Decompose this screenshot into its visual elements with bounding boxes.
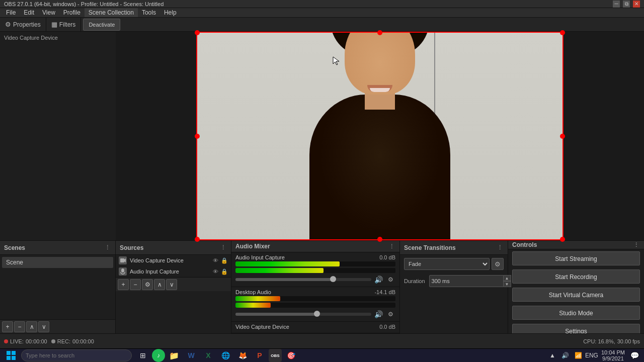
taskbar-app-powerpoint[interactable]: P (252, 349, 268, 362)
audio-channel-video: Video Capture Device 0.0 dB (231, 322, 399, 333)
tray-wifi-icon[interactable]: 📶 (573, 350, 584, 361)
audio-input-mute-button[interactable]: 🔊 (373, 275, 383, 285)
audio-source-label: Audio Input Capture (130, 268, 179, 275)
sources-settings-button[interactable]: ⚙ (142, 279, 153, 290)
audio-eye-icon[interactable]: 👁 (212, 268, 219, 275)
taskbar-app-obs[interactable]: OBS (269, 349, 282, 362)
sources-remove-button[interactable]: − (130, 279, 141, 290)
taskbar-search[interactable] (21, 349, 132, 361)
taskbar-app-browser2[interactable]: 🦊 (234, 349, 251, 362)
scene-item[interactable]: Scene (2, 257, 113, 268)
menu-help[interactable]: Help (160, 8, 181, 17)
controls-panel: Controls ⋮ Start Streaming Start Recordi… (508, 241, 644, 333)
audio-video-header: Video Capture Device 0.0 dB (235, 324, 395, 330)
tray-network-icon[interactable]: ▲ (547, 350, 558, 361)
audio-input-settings-button[interactable]: ⚙ (385, 275, 395, 285)
window-title: OBS 27.0.1 (64-bit, windows) - Profile: … (4, 1, 164, 7)
restore-button[interactable]: ⧉ (623, 1, 630, 8)
sources-menu-icon[interactable]: ⋮ (219, 244, 227, 252)
properties-tab[interactable]: ⚙ Properties (0, 18, 46, 32)
start-recording-button[interactable]: Start Recording (512, 269, 640, 284)
taskbar: ⊞ ♪ 📁 W X 🌐 🦊 P OBS 🎯 ▲ 🔊 📶 ENG 10:04 PM… (0, 348, 644, 362)
scenes-remove-button[interactable]: − (14, 321, 25, 332)
scenes-down-button[interactable]: ∨ (38, 321, 49, 332)
duration-row: Duration ▲ ▼ (400, 273, 508, 289)
filters-tab[interactable]: ▦ Filters (46, 18, 82, 32)
audio-desktop-slider[interactable] (235, 313, 371, 316)
preview-video (196, 32, 564, 240)
audio-desktop-settings-button[interactable]: ⚙ (385, 309, 395, 319)
deactivate-button[interactable]: Deactivate (83, 19, 120, 31)
scenes-menu-icon[interactable]: ⋮ (103, 244, 111, 252)
preview-area[interactable] (116, 32, 644, 240)
title-bar-controls: ─ ⧉ ✕ (613, 1, 640, 8)
menu-scene-collection[interactable]: Scene Collection (85, 8, 138, 17)
audio-mixer-header: Audio Mixer ⋮ (231, 241, 399, 252)
duration-input[interactable] (429, 275, 504, 287)
video-eye-icon[interactable]: 👁 (212, 257, 219, 264)
scene-transitions-panel: Scene Transitions ⋮ Fade Cut Swipe Slide… (400, 241, 508, 333)
middle-row: Video Capture Device (0, 32, 644, 240)
tray-speaker-icon[interactable]: 🔊 (560, 350, 571, 361)
transition-select[interactable]: Fade Cut Swipe Slide (404, 258, 490, 270)
audio-desktop-controls: 🔊 ⚙ (235, 309, 395, 319)
audio-channel-input: Audio Input Capture 0.0 dB � (231, 252, 399, 287)
prop-filter-bar: ⚙ Properties ▦ Filters Deactivate (0, 18, 644, 32)
menu-view[interactable]: View (38, 8, 59, 17)
bottom-panels: Scenes ⋮ Scene + − ∧ ∨ Sources ⋮ (0, 240, 644, 333)
video-lock-icon[interactable]: 🔒 (221, 257, 228, 264)
left-space: Video Capture Device (0, 32, 116, 240)
audio-input-slider-fill (235, 278, 333, 281)
sources-down-button[interactable]: ∨ (166, 279, 177, 290)
source-item-audio[interactable]: Audio Input Capture 👁 🔒 (116, 266, 231, 277)
tray-lang[interactable]: ENG (586, 350, 597, 361)
audio-desktop-meter-2 (235, 303, 395, 308)
taskbar-app-other[interactable]: 🎯 (283, 349, 299, 362)
taskbar-clock[interactable]: 10:04 PM 9/9/2021 (599, 349, 627, 361)
audio-input-name: Audio Input Capture (235, 254, 285, 260)
show-desktop-icon[interactable]: 💬 (629, 350, 640, 361)
taskbar-app-word[interactable]: W (183, 349, 199, 362)
audio-desktop-fill-1 (235, 296, 280, 301)
menu-profile[interactable]: Profile (59, 8, 85, 17)
transitions-menu-icon[interactable]: ⋮ (496, 244, 504, 252)
start-button[interactable] (2, 349, 20, 362)
transition-gear-button[interactable]: ⚙ (492, 258, 504, 270)
audio-menu-icon[interactable]: ⋮ (387, 242, 395, 250)
studio-mode-button[interactable]: Studio Mode (512, 306, 640, 320)
close-button[interactable]: ✕ (633, 1, 640, 8)
taskbar-app-taskview[interactable]: ⊞ (135, 349, 151, 362)
audio-input-fill-1 (235, 261, 340, 266)
taskbar-app-files[interactable]: 📁 (166, 349, 182, 362)
video-source-label: Video Capture Device (130, 257, 184, 263)
start-streaming-button[interactable]: Start Streaming (512, 251, 640, 265)
menu-edit[interactable]: Edit (20, 8, 38, 17)
status-bar: LIVE: 00:00:00 REC: 00:00:00 CPU: 16.8%,… (0, 333, 644, 348)
audio-input-header: Audio Input Capture 0.0 dB (235, 254, 395, 260)
menu-file[interactable]: File (2, 8, 20, 17)
audio-lock-icon[interactable]: 🔒 (221, 268, 228, 275)
sources-list: Video Capture Device 👁 🔒 Audio Input Cap… (116, 255, 231, 277)
taskbar-app-excel[interactable]: X (200, 349, 216, 362)
minimize-button[interactable]: ─ (613, 1, 620, 8)
sources-panel: Sources ⋮ Video Capture Device 👁 🔒 (116, 241, 231, 333)
start-virtual-camera-button[interactable]: Start Virtual Camera (512, 288, 640, 302)
scenes-up-button[interactable]: ∧ (26, 321, 37, 332)
sources-up-button[interactable]: ∧ (154, 279, 165, 290)
live-status: LIVE: 00:00:00 (4, 338, 47, 344)
preview-canvas (196, 32, 564, 240)
sources-add-button[interactable]: + (118, 279, 129, 290)
audio-input-level: 0.0 dB (379, 254, 395, 260)
audio-desktop-mute-button[interactable]: 🔊 (373, 309, 383, 319)
source-item-video[interactable]: Video Capture Device 👁 🔒 (116, 255, 231, 266)
menu-tools[interactable]: Tools (138, 8, 160, 17)
audio-input-slider-thumb[interactable] (330, 276, 336, 282)
taskbar-app-spotify[interactable]: ♪ (152, 349, 165, 362)
audio-input-slider[interactable] (235, 278, 371, 281)
controls-menu-icon[interactable]: ⋮ (632, 241, 640, 249)
audio-video-level: 0.0 dB (379, 324, 395, 330)
svg-point-3 (121, 268, 124, 273)
scenes-add-button[interactable]: + (2, 321, 13, 332)
audio-desktop-slider-thumb[interactable] (314, 311, 320, 317)
taskbar-app-chrome[interactable]: 🌐 (217, 349, 233, 362)
